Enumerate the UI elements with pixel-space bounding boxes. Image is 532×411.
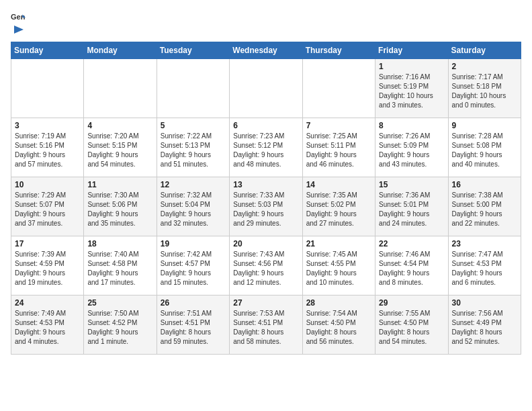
calendar-cell: 29Sunrise: 7:55 AM Sunset: 4:50 PM Dayli… [375, 295, 448, 355]
day-info: Sunrise: 7:19 AM Sunset: 5:16 PM Dayligh… [15, 132, 80, 169]
calendar-week-4: 17Sunrise: 7:39 AM Sunset: 4:59 PM Dayli… [11, 236, 521, 295]
day-number: 29 [379, 298, 444, 308]
day-info: Sunrise: 7:16 AM Sunset: 5:19 PM Dayligh… [379, 73, 444, 110]
day-info: Sunrise: 7:54 AM Sunset: 4:50 PM Dayligh… [306, 309, 371, 347]
calendar-cell [302, 59, 375, 118]
weekday-header-sunday: Sunday [11, 42, 84, 59]
calendar-cell: 6Sunrise: 7:23 AM Sunset: 5:12 PM Daylig… [230, 118, 302, 177]
day-info: Sunrise: 7:32 AM Sunset: 5:04 PM Dayligh… [161, 191, 226, 228]
day-info: Sunrise: 7:46 AM Sunset: 4:54 PM Dayligh… [379, 250, 444, 287]
day-number: 1 [379, 62, 444, 71]
day-info: Sunrise: 7:40 AM Sunset: 4:58 PM Dayligh… [87, 250, 152, 287]
calendar-cell: 27Sunrise: 7:53 AM Sunset: 4:51 PM Dayli… [230, 295, 302, 355]
calendar-cell [11, 59, 84, 118]
day-info: Sunrise: 7:22 AM Sunset: 5:13 PM Dayligh… [161, 132, 226, 169]
weekday-header-wednesday: Wednesday [230, 42, 302, 59]
weekday-header-tuesday: Tuesday [157, 42, 229, 59]
day-number: 5 [161, 121, 226, 130]
calendar-week-5: 24Sunrise: 7:49 AM Sunset: 4:53 PM Dayli… [11, 295, 521, 355]
day-info: Sunrise: 7:29 AM Sunset: 5:07 PM Dayligh… [15, 191, 80, 228]
calendar-cell: 28Sunrise: 7:54 AM Sunset: 4:50 PM Dayli… [302, 295, 375, 355]
calendar-cell: 13Sunrise: 7:33 AM Sunset: 5:03 PM Dayli… [230, 177, 302, 236]
day-info: Sunrise: 7:35 AM Sunset: 5:02 PM Dayligh… [306, 191, 371, 228]
day-info: Sunrise: 7:23 AM Sunset: 5:12 PM Dayligh… [233, 132, 298, 169]
day-number: 7 [306, 121, 371, 130]
day-info: Sunrise: 7:25 AM Sunset: 5:11 PM Dayligh… [306, 132, 371, 169]
day-number: 20 [233, 239, 298, 248]
calendar-cell: 17Sunrise: 7:39 AM Sunset: 4:59 PM Dayli… [11, 236, 84, 295]
calendar-cell: 21Sunrise: 7:45 AM Sunset: 4:55 PM Dayli… [302, 236, 375, 295]
calendar-cell: 25Sunrise: 7:50 AM Sunset: 4:52 PM Dayli… [84, 295, 157, 355]
calendar-cell [157, 59, 229, 118]
calendar-cell: 16Sunrise: 7:38 AM Sunset: 5:00 PM Dayli… [448, 177, 521, 236]
day-number: 27 [233, 298, 298, 308]
day-number: 12 [161, 180, 226, 189]
day-info: Sunrise: 7:30 AM Sunset: 5:06 PM Dayligh… [87, 191, 152, 228]
day-number: 23 [452, 239, 517, 248]
calendar-cell: 23Sunrise: 7:47 AM Sunset: 4:53 PM Dayli… [448, 236, 521, 295]
logo-triangle-icon [11, 23, 25, 36]
calendar-cell: 14Sunrise: 7:35 AM Sunset: 5:02 PM Dayli… [302, 177, 375, 236]
day-info: Sunrise: 7:47 AM Sunset: 4:53 PM Dayligh… [452, 250, 517, 287]
day-number: 25 [87, 298, 152, 308]
calendar-cell: 20Sunrise: 7:43 AM Sunset: 4:56 PM Dayli… [230, 236, 302, 295]
calendar-cell: 4Sunrise: 7:20 AM Sunset: 5:15 PM Daylig… [84, 118, 157, 177]
logo-icon: General [11, 12, 26, 24]
calendar-cell: 1Sunrise: 7:16 AM Sunset: 5:19 PM Daylig… [375, 59, 448, 118]
day-info: Sunrise: 7:39 AM Sunset: 4:59 PM Dayligh… [15, 250, 80, 287]
day-number: 2 [452, 62, 517, 71]
calendar-cell: 24Sunrise: 7:49 AM Sunset: 4:53 PM Dayli… [11, 295, 84, 355]
day-info: Sunrise: 7:38 AM Sunset: 5:00 PM Dayligh… [452, 191, 517, 228]
calendar-cell: 9Sunrise: 7:28 AM Sunset: 5:08 PM Daylig… [448, 118, 521, 177]
day-info: Sunrise: 7:36 AM Sunset: 5:01 PM Dayligh… [379, 191, 444, 228]
day-info: Sunrise: 7:20 AM Sunset: 5:15 PM Dayligh… [87, 132, 152, 169]
logo: General [11, 11, 26, 34]
calendar-cell [230, 59, 302, 118]
day-info: Sunrise: 7:45 AM Sunset: 4:55 PM Dayligh… [306, 250, 371, 287]
calendar-cell: 18Sunrise: 7:40 AM Sunset: 4:58 PM Dayli… [84, 236, 157, 295]
calendar-cell [84, 59, 157, 118]
day-number: 16 [452, 180, 517, 189]
weekday-header-thursday: Thursday [302, 42, 375, 59]
day-info: Sunrise: 7:26 AM Sunset: 5:09 PM Dayligh… [379, 132, 444, 169]
day-info: Sunrise: 7:55 AM Sunset: 4:50 PM Dayligh… [379, 309, 444, 347]
day-info: Sunrise: 7:50 AM Sunset: 4:52 PM Dayligh… [87, 309, 152, 347]
day-number: 15 [379, 180, 444, 189]
day-number: 17 [15, 239, 80, 248]
day-number: 30 [452, 298, 517, 308]
weekday-header-saturday: Saturday [448, 42, 521, 59]
calendar-cell: 10Sunrise: 7:29 AM Sunset: 5:07 PM Dayli… [11, 177, 84, 236]
calendar-week-1: 1Sunrise: 7:16 AM Sunset: 5:19 PM Daylig… [11, 59, 521, 118]
day-number: 19 [161, 239, 226, 248]
calendar-cell: 26Sunrise: 7:51 AM Sunset: 4:51 PM Dayli… [157, 295, 229, 355]
page-header: General [11, 11, 521, 34]
day-number: 8 [379, 121, 444, 130]
day-number: 13 [233, 180, 298, 189]
day-number: 24 [15, 298, 80, 308]
day-number: 11 [87, 180, 152, 189]
day-number: 18 [87, 239, 152, 248]
day-info: Sunrise: 7:17 AM Sunset: 5:18 PM Dayligh… [452, 73, 517, 110]
calendar-cell: 5Sunrise: 7:22 AM Sunset: 5:13 PM Daylig… [157, 118, 229, 177]
day-info: Sunrise: 7:49 AM Sunset: 4:53 PM Dayligh… [15, 309, 80, 347]
calendar-week-2: 3Sunrise: 7:19 AM Sunset: 5:16 PM Daylig… [11, 118, 521, 177]
day-number: 28 [306, 298, 371, 308]
calendar-cell: 2Sunrise: 7:17 AM Sunset: 5:18 PM Daylig… [448, 59, 521, 118]
day-number: 14 [306, 180, 371, 189]
day-number: 3 [15, 121, 80, 130]
calendar-cell: 11Sunrise: 7:30 AM Sunset: 5:06 PM Dayli… [84, 177, 157, 236]
calendar-week-3: 10Sunrise: 7:29 AM Sunset: 5:07 PM Dayli… [11, 177, 521, 236]
calendar-body: 1Sunrise: 7:16 AM Sunset: 5:19 PM Daylig… [11, 59, 521, 355]
weekday-header-monday: Monday [84, 42, 157, 59]
weekday-header-row: SundayMondayTuesdayWednesdayThursdayFrid… [11, 42, 521, 59]
svg-marker-2 [14, 26, 24, 34]
calendar-cell: 19Sunrise: 7:42 AM Sunset: 4:57 PM Dayli… [157, 236, 229, 295]
day-number: 21 [306, 239, 371, 248]
day-info: Sunrise: 7:53 AM Sunset: 4:51 PM Dayligh… [233, 309, 298, 347]
calendar-cell: 7Sunrise: 7:25 AM Sunset: 5:11 PM Daylig… [302, 118, 375, 177]
day-number: 4 [87, 121, 152, 130]
calendar-cell: 12Sunrise: 7:32 AM Sunset: 5:04 PM Dayli… [157, 177, 229, 236]
day-number: 6 [233, 121, 298, 130]
day-info: Sunrise: 7:56 AM Sunset: 4:49 PM Dayligh… [452, 309, 517, 347]
day-info: Sunrise: 7:28 AM Sunset: 5:08 PM Dayligh… [452, 132, 517, 169]
